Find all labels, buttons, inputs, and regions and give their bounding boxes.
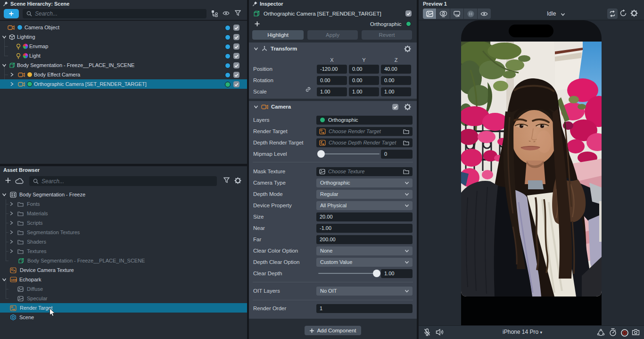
svg-text:HDR: HDR (11, 279, 17, 281)
